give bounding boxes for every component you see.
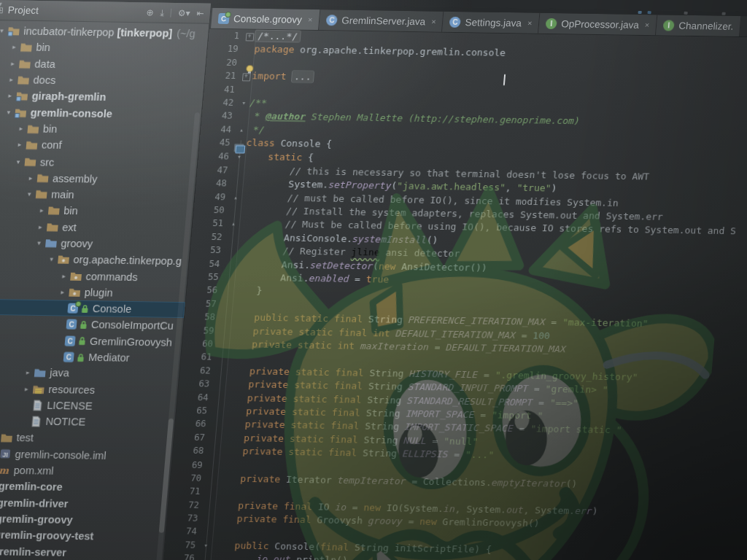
- expand-arrow-icon[interactable]: ▸: [8, 44, 20, 51]
- tab-close-icon[interactable]: ×: [431, 17, 436, 26]
- line-number[interactable]: 54: [189, 257, 225, 271]
- line-number[interactable]: 71: [169, 484, 206, 498]
- tab-opprocessor-java[interactable]: IOpProcessor.java×: [538, 13, 657, 35]
- expand-arrow-icon[interactable]: ▾: [12, 158, 25, 165]
- line-number[interactable]: 42: [203, 96, 239, 109]
- groovy-class-icon: C: [218, 12, 230, 23]
- line-number[interactable]: 49: [194, 190, 231, 203]
- line-number[interactable]: 53: [190, 244, 226, 257]
- line-number[interactable]: 75: [165, 538, 201, 552]
- line-number[interactable]: 57: [185, 297, 222, 311]
- expand-arrow-icon[interactable]: ▸: [15, 125, 28, 132]
- svg-text:C: C: [69, 321, 74, 329]
- expand-arrow-icon[interactable]: ▸: [20, 385, 33, 392]
- tab-close-icon[interactable]: ×: [527, 18, 532, 27]
- line-number[interactable]: 46: [198, 149, 234, 163]
- expand-arrow-icon[interactable]: ▾: [23, 190, 36, 198]
- line-number[interactable]: 67: [174, 431, 210, 445]
- fold-marker-icon[interactable]: ▾: [233, 150, 246, 164]
- line-number[interactable]: 50: [193, 203, 230, 217]
- expand-arrow-icon[interactable]: ▸: [5, 76, 18, 83]
- line-number[interactable]: 43: [201, 109, 238, 123]
- fold-marker-icon[interactable]: +: [243, 29, 256, 43]
- line-number[interactable]: 60: [182, 337, 218, 351]
- expand-arrow-icon[interactable]: ▾: [2, 109, 15, 116]
- line-number[interactable]: 63: [178, 377, 214, 391]
- tab-channelizer-[interactable]: IChannelizer.: [656, 15, 741, 36]
- locate-icon[interactable]: ⊕: [146, 7, 154, 18]
- line-number[interactable]: 72: [168, 498, 204, 512]
- line-number[interactable]: 66: [175, 417, 212, 431]
- tree-item-label: data: [34, 58, 56, 70]
- line-number[interactable]: 20: [206, 55, 242, 69]
- line-number[interactable]: 19: [207, 42, 244, 56]
- tree-item-gremlin-groovy[interactable]: ▸gremlin-groovy: [0, 510, 167, 529]
- line-number[interactable]: 45: [199, 136, 236, 150]
- line-number[interactable]: 58: [184, 310, 220, 324]
- line-number[interactable]: 76: [163, 551, 200, 560]
- tree-item-label: test: [16, 432, 34, 443]
- fold-marker-icon[interactable]: ▾: [238, 96, 251, 110]
- tree-item-gremlin-server[interactable]: ▸gremlin-server: [0, 542, 164, 560]
- java-class-icon: C: [449, 16, 461, 27]
- line-number[interactable]: 55: [187, 270, 224, 284]
- expand-arrow-icon[interactable]: ▸: [56, 288, 69, 295]
- fold-marker-icon[interactable]: ▾: [200, 538, 213, 552]
- tab-gremlinserver-java[interactable]: CGremlinServer.java×: [319, 9, 444, 32]
- line-number[interactable]: 21: [205, 69, 241, 83]
- source-folder-icon: [44, 237, 58, 249]
- toolbar-mini-icon: [721, 12, 725, 15]
- expand-arrow-icon[interactable]: ▸: [14, 141, 26, 149]
- project-panel-toolbar: ⊕ ⤓ ⚙▾ ⇤: [146, 7, 204, 18]
- fold-marker-icon[interactable]: +: [240, 69, 253, 83]
- line-number[interactable]: 73: [167, 511, 204, 525]
- line-number[interactable]: 56: [186, 284, 222, 298]
- line-number[interactable]: 1: [208, 29, 244, 43]
- project-panel-header[interactable]: ⊞ Project ▼ ⊕ ⤓ ⚙▾ ⇤: [0, 0, 211, 24]
- expand-arrow-icon[interactable]: ▸: [22, 369, 34, 376]
- ide-window: ⊞ Project ▼ ⊕ ⤓ ⚙▾ ⇤ ▾incubator-tinkerpo…: [0, 0, 747, 560]
- tree-item-label: NOTICE: [45, 416, 86, 428]
- line-number[interactable]: 51: [192, 217, 228, 230]
- line-number[interactable]: 70: [170, 471, 206, 485]
- expand-arrow-icon[interactable]: ▸: [4, 93, 16, 100]
- expand-arrow-icon[interactable]: ▾: [45, 255, 58, 262]
- expand-arrow-icon[interactable]: ▸: [34, 223, 47, 230]
- package-icon: [68, 287, 81, 298]
- tab-close-icon[interactable]: ×: [308, 15, 313, 24]
- code-editor[interactable]: 1+/*...*/19package org.apache.tinkerpop.…: [160, 29, 747, 560]
- fold-marker-icon[interactable]: ▴: [229, 190, 242, 204]
- tree-item-label: src: [39, 156, 55, 168]
- collapse-all-icon[interactable]: ⤓: [160, 7, 165, 18]
- tab-console-groovy[interactable]: CConsole.groovy×: [211, 8, 321, 30]
- tab-close-icon[interactable]: ×: [644, 20, 649, 29]
- expand-arrow-icon[interactable]: ▾: [33, 239, 45, 246]
- line-number[interactable]: 59: [183, 324, 220, 338]
- line-number[interactable]: 47: [197, 163, 233, 176]
- line-number[interactable]: 48: [196, 176, 232, 190]
- line-number[interactable]: 64: [177, 391, 214, 405]
- line-number[interactable]: 61: [181, 350, 217, 364]
- fold-marker-icon[interactable]: ▴: [235, 123, 248, 137]
- hide-panel-icon[interactable]: ⇤: [196, 8, 204, 18]
- line-number[interactable]: 44: [200, 122, 236, 136]
- expand-arrow-icon[interactable]: ▸: [25, 174, 37, 182]
- module-folder-icon: [15, 90, 28, 102]
- line-number[interactable]: 52: [191, 230, 228, 244]
- fold-marker-icon[interactable]: ▴: [227, 217, 240, 231]
- expand-arrow-icon[interactable]: ▸: [7, 60, 19, 67]
- code-area[interactable]: 1+/*...*/19package org.apache.tinkerpop.…: [163, 29, 747, 560]
- line-number[interactable]: 68: [173, 444, 209, 458]
- expand-arrow-icon[interactable]: ▸: [36, 206, 48, 214]
- line-number[interactable]: 74: [166, 524, 202, 538]
- settings-icon[interactable]: ⚙▾: [177, 7, 190, 18]
- expand-arrow-icon[interactable]: ▸: [58, 272, 70, 279]
- line-number[interactable]: 65: [176, 404, 212, 418]
- tree-item-label: giraph-gremlin: [31, 90, 107, 104]
- line-number[interactable]: 41: [204, 82, 240, 96]
- folder-icon: [25, 139, 38, 151]
- line-number[interactable]: 62: [179, 364, 216, 378]
- tree-item-gremlin-groovy-test[interactable]: ▸gremlin-groovy-test: [0, 526, 166, 545]
- tab-settings-java[interactable]: CSettings.java×: [442, 12, 540, 34]
- line-number[interactable]: 69: [171, 457, 208, 471]
